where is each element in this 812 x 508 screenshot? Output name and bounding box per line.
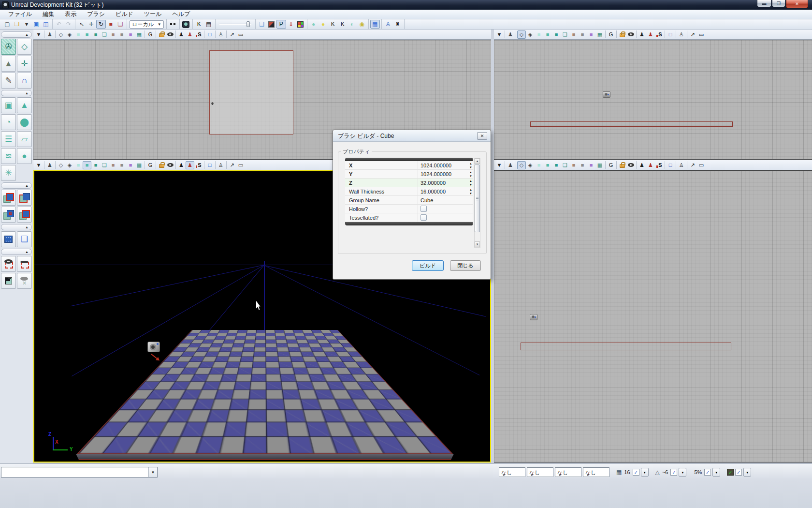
lightmap-density-mode[interactable]: ▦ — [595, 161, 604, 169]
property-value-text[interactable]: 32.000000 — [420, 180, 446, 186]
camera-speed-slider[interactable] — [219, 20, 251, 28]
property-row-wallthickness[interactable]: Wall Thickness16.000000▲▼ — [345, 187, 473, 196]
unlit-mode[interactable]: ■ — [535, 161, 543, 169]
streaming-volume-button[interactable]: S — [655, 161, 664, 169]
lighting-only-mode[interactable]: ❏ — [561, 161, 569, 169]
texture-paint-button[interactable]: ✎ — [1, 73, 16, 89]
viewport-options-dropdown[interactable]: ▼ — [495, 161, 504, 169]
spinner-up-icon[interactable]: ▲ — [469, 170, 472, 174]
light-complexity-mode[interactable]: ■ — [109, 161, 117, 169]
wireframe-mode[interactable]: ◈ — [65, 30, 74, 39]
matinee-button[interactable]: ▤ — [204, 20, 214, 29]
property-row-z[interactable]: Z32.000000▲▼ — [345, 179, 473, 187]
game-view-toggle[interactable]: G — [146, 161, 155, 169]
value-spinner[interactable]: ▲▼ — [469, 188, 472, 195]
speaker-actor-icon[interactable] — [147, 342, 160, 352]
texture-density-mode[interactable]: ■ — [587, 161, 595, 169]
unlit-mode[interactable]: ■ — [535, 30, 543, 39]
shader-complexity-mode[interactable]: ■ — [117, 30, 126, 39]
float-viewport-button[interactable]: ▭ — [236, 30, 245, 39]
autosave-dropdown[interactable]: ▼ — [743, 468, 751, 477]
marquee-select-button[interactable] — [1, 231, 16, 247]
scale-nonuniform-tool[interactable]: ❏ — [116, 20, 125, 29]
selection-combo[interactable]: ▼ — [1, 467, 158, 478]
value-spinner[interactable]: ▲▼ — [469, 162, 472, 169]
detail-lighting-mode[interactable]: ■ — [91, 30, 100, 39]
show-flags-button[interactable] — [626, 30, 635, 39]
brush-wireframe-mode[interactable]: ◇ — [517, 161, 526, 169]
pawn-red-button[interactable]: ♟ — [646, 30, 655, 39]
show-selected-button[interactable] — [1, 256, 16, 272]
csg-intersect-button[interactable] — [1, 207, 16, 223]
pawn-black-button[interactable]: ♟ — [638, 161, 646, 169]
maximize-viewport-button[interactable]: ↗ — [228, 30, 236, 39]
maximize-viewport-button[interactable]: ↗ — [688, 30, 697, 39]
sphere-brush-button[interactable]: ● — [17, 148, 32, 164]
open-dropdown[interactable]: ▾ — [22, 20, 31, 29]
detail-lighting-mode[interactable]: ■ — [552, 161, 561, 169]
dialog-close-button[interactable]: ✕ — [477, 132, 487, 140]
property-scrollbar[interactable]: ▲ ▼ — [474, 158, 480, 248]
bulb-button[interactable]: ● — [319, 20, 328, 29]
spiral-staircase-button[interactable]: ≋ — [1, 148, 16, 164]
curved-staircase-button[interactable]: ◔ — [1, 114, 16, 130]
pawn-black-button[interactable]: ♟ — [638, 30, 646, 39]
lit-mode[interactable]: ■ — [83, 161, 91, 169]
spinner-down-icon[interactable]: ▼ — [469, 192, 472, 195]
socket-snapping-toggle[interactable]: ⇓ — [286, 20, 296, 29]
unlit-mode[interactable]: ■ — [74, 161, 83, 169]
visibility-section-header[interactable]: ▲ — [1, 249, 32, 255]
builder-brush-outline[interactable] — [521, 343, 731, 350]
light-complexity-mode[interactable]: ■ — [109, 30, 117, 39]
sheet-brush-button[interactable]: ▱ — [17, 131, 32, 147]
front-viewport-canvas[interactable] — [494, 40, 812, 160]
drag-grid-dropdown[interactable]: ▼ — [641, 468, 649, 477]
close-button[interactable]: ✕ — [786, 0, 808, 8]
menu-item-ビルド[interactable]: ビルド — [110, 9, 139, 19]
hide-all-button[interactable]: ✕ — [17, 273, 32, 289]
wireframe-mode[interactable]: ◈ — [526, 30, 535, 39]
spinner-down-icon[interactable]: ▼ — [469, 174, 472, 178]
dialog-title[interactable]: ブラシ ビルダ - Cube — [333, 130, 491, 142]
scroll-down-icon[interactable]: ▼ — [475, 241, 480, 247]
cube-brush-button[interactable]: ▣ — [1, 97, 16, 113]
post-process-toggle[interactable]: □ — [205, 30, 214, 39]
pawn-red-button[interactable]: ♟ — [186, 30, 194, 39]
staircase-button[interactable]: ☰ — [1, 131, 16, 147]
rotation-grid-toggle[interactable]: ✓ — [670, 469, 677, 476]
spinner-up-icon[interactable]: ▲ — [469, 188, 472, 192]
cylinder-brush-button[interactable]: ⬤ — [17, 114, 32, 130]
redo-button[interactable]: ↷ — [64, 20, 73, 29]
translate-mode-button[interactable]: ✛ — [17, 56, 32, 72]
actor-info-button[interactable]: ♙ — [677, 30, 686, 39]
level-lock-toggle[interactable] — [618, 161, 626, 169]
actor-info-button[interactable]: ♙ — [217, 161, 225, 169]
shader-complexity-mode[interactable]: ■ — [117, 161, 126, 169]
brush-wireframe-mode[interactable]: ◇ — [57, 30, 65, 39]
show-flags-button[interactable] — [626, 161, 635, 169]
property-row-y[interactable]: Y1024.000000▲▼ — [345, 170, 473, 179]
menu-item-表示[interactable]: 表示 — [59, 9, 82, 19]
rotate-tool[interactable]: ↻ — [96, 20, 106, 29]
save-button[interactable]: ▣ — [31, 20, 41, 29]
property-value-text[interactable]: 16.000000 — [420, 189, 446, 194]
sphere-widget-button[interactable]: ● — [309, 20, 319, 29]
geometry-mode-button[interactable]: ∩ — [17, 73, 32, 89]
select-section-header[interactable]: ▲ — [1, 224, 32, 230]
property-row-hollow[interactable]: Hollow? — [345, 205, 473, 213]
property-value-text[interactable]: 1024.000000 — [420, 163, 451, 168]
coordinate-space-combo[interactable]: ローカル▼ — [130, 20, 164, 29]
tessellated-checkbox[interactable] — [420, 214, 427, 221]
stamp-button[interactable]: ♜ — [393, 20, 403, 29]
pawn-black-button[interactable]: ♟ — [177, 161, 186, 169]
hollow-checkbox[interactable] — [420, 206, 427, 212]
build-button[interactable]: ビルド — [412, 260, 444, 271]
new-level-button[interactable]: ▢ — [2, 20, 12, 29]
texture-density-mode[interactable]: ■ — [587, 30, 595, 39]
detail-lighting-mode[interactable]: ■ — [91, 161, 100, 169]
bulb-eye-button[interactable]: ◉ — [357, 20, 367, 29]
select-tool[interactable]: ↖ — [77, 20, 87, 29]
detail-lighting-mode[interactable]: ■ — [552, 30, 561, 39]
property-row-groupname[interactable]: Group NameCube — [345, 196, 473, 205]
game-view-toggle[interactable]: G — [607, 30, 615, 39]
